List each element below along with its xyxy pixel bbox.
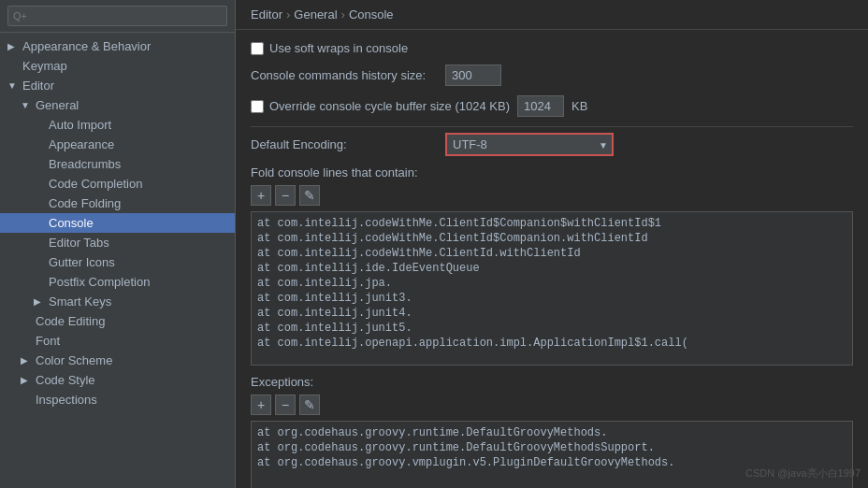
exception-item: at org.codehaus.groovy.runtime.DefaultGr… bbox=[257, 425, 846, 440]
fold-item: at com.intellij.openapi.application.impl… bbox=[257, 336, 846, 351]
sidebar-item-label: Code Completion bbox=[49, 177, 142, 191]
watermark: CSDN @java亮小白1997 bbox=[745, 466, 861, 481]
sidebar-item-label: Appearance bbox=[49, 137, 114, 151]
soft-wraps-label[interactable]: Use soft wraps in console bbox=[251, 41, 408, 55]
encoding-select-wrap: UTF-8 UTF-16 ISO-8859-1 windows-1252 US-… bbox=[445, 133, 614, 156]
breadcrumb-general: General bbox=[294, 7, 337, 22]
encoding-label: Default Encoding: bbox=[251, 137, 438, 151]
sidebar-item-label: Smart Keys bbox=[49, 294, 111, 309]
history-row: Console commands history size: bbox=[251, 65, 853, 86]
fold-list: at com.intellij.codeWithMe.ClientId$Comp… bbox=[251, 211, 853, 366]
sidebar-item-label: Console bbox=[49, 216, 94, 230]
sidebar-item-label: Appearance & Behavior bbox=[22, 39, 151, 53]
fold-item: at com.intellij.junit4. bbox=[257, 306, 846, 321]
override-checkbox[interactable] bbox=[251, 100, 264, 113]
sidebar-item-editor-tabs[interactable]: Editor Tabs bbox=[0, 233, 235, 252]
history-input[interactable] bbox=[445, 65, 501, 86]
sidebar-item-gutter-icons[interactable]: Gutter Icons bbox=[0, 252, 235, 272]
fold-item: at com.intellij.codeWithMe.ClientId.with… bbox=[257, 246, 846, 261]
breadcrumb-editor: Editor bbox=[251, 7, 282, 22]
divider1 bbox=[251, 126, 853, 127]
sidebar-item-label: Breadcrumbs bbox=[49, 157, 121, 171]
nav-tree: ▶ Appearance & Behavior Keymap ▼ Editor … bbox=[0, 33, 235, 488]
search-icon: Q+ bbox=[13, 10, 27, 22]
sidebar-item-editor[interactable]: ▼ Editor bbox=[0, 76, 235, 95]
exc-edit-button[interactable]: ✎ bbox=[299, 395, 320, 415]
sidebar-item-label: Gutter Icons bbox=[49, 255, 115, 269]
fold-edit-button[interactable]: ✎ bbox=[299, 185, 320, 206]
breadcrumb-sep1: › bbox=[286, 7, 290, 22]
fold-item: at com.intellij.ide.IdeEventQueue bbox=[257, 261, 846, 276]
history-label: Console commands history size: bbox=[251, 68, 438, 82]
sidebar-item-color-scheme[interactable]: ▶ Color Scheme bbox=[0, 351, 235, 370]
sidebar-item-label: Code Editing bbox=[36, 314, 105, 328]
sidebar-item-postfix-completion[interactable]: Postfix Completion bbox=[0, 272, 235, 292]
sidebar-item-code-style[interactable]: ▶ Code Style bbox=[0, 370, 235, 390]
exception-item: at org.codehaus.groovy.runtime.DefaultGr… bbox=[257, 440, 846, 455]
encoding-select[interactable]: UTF-8 UTF-16 ISO-8859-1 windows-1252 US-… bbox=[445, 133, 614, 156]
exc-remove-button[interactable]: − bbox=[275, 395, 296, 415]
fold-item: at com.intellij.jpa. bbox=[257, 276, 846, 291]
sidebar-item-label: Code Style bbox=[36, 373, 95, 387]
fold-add-button[interactable]: + bbox=[251, 185, 271, 206]
sidebar-item-smart-keys[interactable]: ▶ Smart Keys bbox=[0, 292, 235, 311]
fold-toolbar: + − ✎ bbox=[251, 185, 853, 206]
sidebar-item-label: Editor bbox=[22, 79, 54, 93]
tree-arrow: ▶ bbox=[21, 375, 34, 385]
fold-remove-button[interactable]: − bbox=[275, 185, 296, 206]
sidebar-item-auto-import[interactable]: Auto Import bbox=[0, 115, 235, 135]
main-content: Editor › General › Console Use soft wrap… bbox=[236, 0, 868, 488]
override-text: Override console cycle buffer size (1024… bbox=[269, 99, 510, 113]
search-box: Q+ bbox=[0, 0, 235, 33]
tree-arrow: ▶ bbox=[34, 296, 47, 307]
tree-arrow: ▶ bbox=[7, 41, 21, 51]
sidebar-item-label: Code Folding bbox=[49, 196, 121, 210]
sidebar-item-code-completion[interactable]: Code Completion bbox=[0, 174, 235, 194]
sidebar-item-breadcrumbs[interactable]: Breadcrumbs bbox=[0, 154, 235, 174]
sidebar-item-label: Editor Tabs bbox=[49, 236, 109, 250]
tree-arrow: ▶ bbox=[21, 355, 34, 366]
breadcrumb-console: Console bbox=[349, 7, 394, 22]
exceptions-label: Exceptions: bbox=[251, 375, 853, 389]
sidebar-item-font[interactable]: Font bbox=[0, 331, 235, 351]
override-label[interactable]: Override console cycle buffer size (1024… bbox=[251, 99, 510, 113]
sidebar-item-appearance[interactable]: Appearance bbox=[0, 135, 235, 154]
fold-item: at com.intellij.junit5. bbox=[257, 321, 846, 336]
fold-item: at com.intellij.codeWithMe.ClientId$Comp… bbox=[257, 216, 846, 231]
sidebar-item-label: Postfix Completion bbox=[49, 275, 150, 289]
sidebar: Q+ ▶ Appearance & Behavior Keymap ▼ Edit… bbox=[0, 0, 236, 488]
soft-wraps-checkbox[interactable] bbox=[251, 42, 264, 55]
sidebar-item-label: Auto Import bbox=[49, 118, 111, 132]
sidebar-item-label: Keymap bbox=[22, 59, 67, 73]
exceptions-toolbar: + − ✎ bbox=[251, 395, 853, 415]
override-row: Override console cycle buffer size (1024… bbox=[251, 95, 853, 117]
breadcrumb: Editor › General › Console bbox=[236, 0, 868, 30]
soft-wraps-row: Use soft wraps in console bbox=[251, 41, 853, 55]
search-input[interactable] bbox=[7, 6, 227, 26]
fold-item: at com.intellij.codeWithMe.ClientId$Comp… bbox=[257, 231, 846, 246]
fold-section-label: Fold console lines that contain: bbox=[251, 165, 853, 179]
fold-item: at com.intellij.junit3. bbox=[257, 291, 846, 306]
override-unit: KB bbox=[571, 99, 587, 113]
sidebar-item-general[interactable]: ▼ General bbox=[0, 95, 235, 115]
encoding-row: Default Encoding: UTF-8 UTF-16 ISO-8859-… bbox=[251, 133, 853, 156]
breadcrumb-sep2: › bbox=[341, 7, 345, 22]
sidebar-item-inspections[interactable]: Inspections bbox=[0, 390, 235, 409]
tree-arrow: ▼ bbox=[7, 80, 21, 91]
sidebar-item-label: Color Scheme bbox=[36, 353, 112, 367]
content-area: Use soft wraps in console Console comman… bbox=[236, 30, 868, 488]
sidebar-item-code-editing[interactable]: Code Editing bbox=[0, 311, 235, 331]
sidebar-item-label: Font bbox=[36, 334, 60, 348]
sidebar-item-code-folding[interactable]: Code Folding bbox=[0, 194, 235, 213]
sidebar-item-keymap[interactable]: Keymap bbox=[0, 56, 235, 76]
soft-wraps-text: Use soft wraps in console bbox=[269, 41, 408, 55]
sidebar-item-appearance-behavior[interactable]: ▶ Appearance & Behavior bbox=[0, 36, 235, 56]
override-input[interactable] bbox=[517, 95, 564, 117]
sidebar-item-label: General bbox=[36, 98, 79, 112]
sidebar-item-label: Inspections bbox=[36, 393, 97, 407]
sidebar-item-console[interactable]: Console bbox=[0, 213, 235, 233]
exc-add-button[interactable]: + bbox=[251, 395, 271, 415]
tree-arrow: ▼ bbox=[21, 100, 34, 110]
